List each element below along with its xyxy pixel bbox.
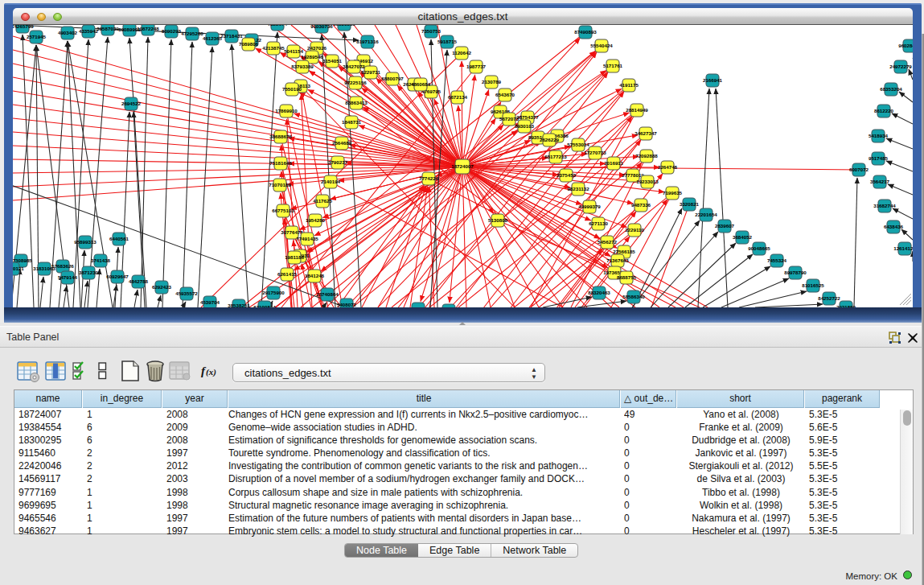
svg-text:5408072: 5408072 xyxy=(337,302,357,307)
svg-text:5456272: 5456272 xyxy=(598,239,618,245)
svg-text:31682744: 31682744 xyxy=(873,203,896,208)
svg-text:71070189: 71070189 xyxy=(269,182,291,187)
svg-text:6007072: 6007072 xyxy=(849,167,869,172)
svg-text:5171761: 5171761 xyxy=(603,63,623,68)
svg-text:6672134: 6672134 xyxy=(448,94,468,100)
svg-text:47295260: 47295260 xyxy=(181,31,203,36)
svg-text:7350753: 7350753 xyxy=(421,28,441,34)
svg-text:2264748: 2264748 xyxy=(658,164,678,170)
svg-text:5418934: 5418934 xyxy=(869,133,889,138)
svg-text:2921859: 2921859 xyxy=(836,304,856,307)
svg-text:17270733: 17270733 xyxy=(584,150,606,155)
svg-text:96028436: 96028436 xyxy=(898,43,913,48)
svg-text:9517485: 9517485 xyxy=(869,155,889,161)
svg-text:1981186: 1981186 xyxy=(285,254,304,260)
svg-text:4335942: 4335942 xyxy=(79,28,99,34)
svg-text:98231132: 98231132 xyxy=(567,186,589,192)
svg-text:2571945: 2571945 xyxy=(27,34,47,39)
svg-text:1841248: 1841248 xyxy=(305,273,325,278)
svg-text:34627347: 34627347 xyxy=(634,130,657,136)
svg-text:19289546: 19289546 xyxy=(301,54,323,60)
svg-text:(x): (x) xyxy=(206,367,216,377)
svg-text:24972279: 24972279 xyxy=(889,64,912,69)
svg-text:7022674: 7022674 xyxy=(268,25,288,27)
svg-text:6438436: 6438436 xyxy=(884,224,904,229)
svg-text:38538251: 38538251 xyxy=(228,303,250,307)
svg-text:8090293: 8090293 xyxy=(162,28,182,34)
svg-text:27566185: 27566185 xyxy=(613,249,635,254)
svg-text:75181648: 75181648 xyxy=(269,160,292,166)
svg-text:66775103: 66775103 xyxy=(272,208,294,213)
svg-text:4191175: 4191175 xyxy=(619,82,639,88)
svg-text:17869910: 17869910 xyxy=(275,108,298,113)
svg-text:2130789: 2130789 xyxy=(482,79,502,84)
svg-text:23718431: 23718431 xyxy=(220,33,243,39)
svg-text:95320121: 95320121 xyxy=(13,266,24,271)
svg-text:88320463: 88320463 xyxy=(588,290,610,295)
svg-text:30776478: 30776478 xyxy=(281,229,303,235)
svg-text:6229731: 6229731 xyxy=(361,69,381,75)
svg-text:3564217: 3564217 xyxy=(870,179,890,184)
svg-text:38427073: 38427073 xyxy=(343,64,365,69)
svg-text:2839607: 2839607 xyxy=(715,223,735,229)
svg-text:7089806: 7089806 xyxy=(239,41,259,47)
svg-text:89978790: 89978790 xyxy=(784,270,807,275)
svg-text:77491435: 77491435 xyxy=(296,236,318,241)
svg-text:68353204: 68353204 xyxy=(880,86,902,92)
svg-text:14265799: 14265799 xyxy=(13,25,34,29)
svg-text:95899313: 95899313 xyxy=(74,239,97,245)
svg-text:4823498: 4823498 xyxy=(409,306,429,307)
svg-text:58586340: 58586340 xyxy=(622,294,645,299)
svg-text:7550190: 7550190 xyxy=(282,86,302,92)
svg-text:87490893: 87490893 xyxy=(574,29,597,35)
svg-text:28740864: 28740864 xyxy=(316,291,339,297)
svg-text:6440561: 6440561 xyxy=(109,236,129,241)
svg-text:4539704: 4539704 xyxy=(200,299,220,305)
svg-text:8688755: 8688755 xyxy=(617,274,637,280)
svg-text:1120642: 1120642 xyxy=(452,50,471,56)
svg-text:4842788: 4842788 xyxy=(129,278,149,284)
svg-text:4860684: 4860684 xyxy=(411,81,431,87)
svg-text:2166941: 2166941 xyxy=(703,77,723,83)
svg-text:5130808: 5130808 xyxy=(488,217,508,223)
svg-text:3741438: 3741438 xyxy=(91,257,111,263)
svg-text:3684052: 3684052 xyxy=(733,234,753,240)
svg-text:7455324: 7455324 xyxy=(767,257,787,263)
svg-text:38754377: 38754377 xyxy=(516,114,539,120)
svg-text:55540424: 55540424 xyxy=(590,43,613,48)
svg-text:12614124: 12614124 xyxy=(893,245,913,251)
svg-text:18724007: 18724007 xyxy=(451,163,474,169)
svg-text:1954280: 1954280 xyxy=(306,217,326,223)
svg-text:8930103: 8930103 xyxy=(515,123,535,129)
svg-text:38688676: 38688676 xyxy=(269,134,292,139)
svg-text:3790237: 3790237 xyxy=(328,159,348,165)
svg-text:57553014: 57553014 xyxy=(567,142,589,147)
svg-text:29175900: 29175900 xyxy=(262,290,285,295)
svg-text:1987737: 1987737 xyxy=(466,64,487,69)
svg-text:3320821: 3320821 xyxy=(680,201,700,207)
svg-text:2140194: 2140194 xyxy=(321,179,341,184)
svg-text:72092888: 72092888 xyxy=(635,153,658,159)
svg-text:4117625: 4117625 xyxy=(313,198,332,204)
svg-text:91030736: 91030736 xyxy=(310,25,333,29)
svg-text:90048665: 90048665 xyxy=(748,245,770,251)
svg-text:63100814: 63100814 xyxy=(253,304,276,307)
svg-text:44999379: 44999379 xyxy=(578,204,601,209)
svg-text:2229110: 2229110 xyxy=(625,227,644,233)
svg-text:83863413: 83863413 xyxy=(345,100,368,105)
svg-text:84252722: 84252722 xyxy=(818,295,840,301)
svg-text:81971316: 81971316 xyxy=(356,39,379,44)
svg-text:4903402: 4903402 xyxy=(58,30,78,35)
svg-text:19233013: 19233013 xyxy=(636,179,659,184)
svg-text:7774229: 7774229 xyxy=(419,175,439,181)
svg-text:2437026: 2437026 xyxy=(307,45,327,51)
svg-text:6543670: 6543670 xyxy=(495,92,515,97)
svg-text:68800797: 68800797 xyxy=(381,76,404,81)
svg-text:2694522: 2694522 xyxy=(121,101,142,106)
svg-text:2375453: 2375453 xyxy=(556,172,577,178)
svg-text:83793389: 83793389 xyxy=(291,64,314,69)
svg-text:5479144: 5479144 xyxy=(58,274,78,280)
svg-text:4612365: 4612365 xyxy=(203,35,223,41)
svg-text:39587039: 39587039 xyxy=(97,26,119,31)
svg-text:60929647: 60929647 xyxy=(106,274,129,279)
